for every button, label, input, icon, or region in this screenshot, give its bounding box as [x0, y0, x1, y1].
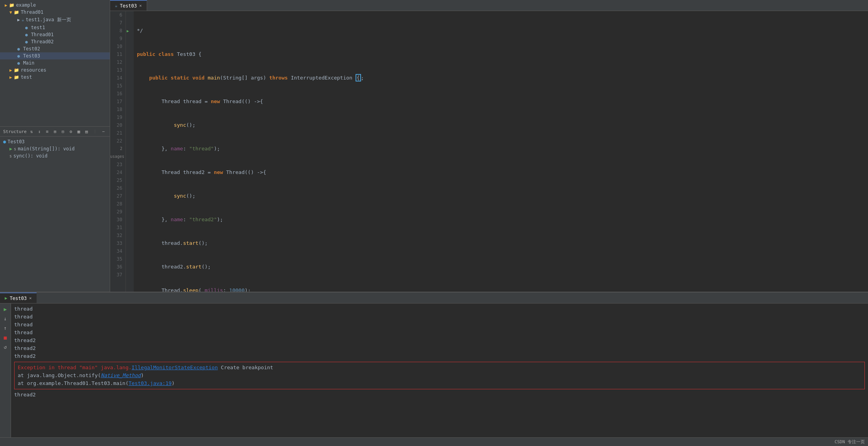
tree-item-test1java[interactable]: ▶ ☕ test1.java 新一页	[0, 16, 110, 24]
error-at1-close: )	[141, 372, 144, 378]
class-icon-thread01: ●	[25, 32, 28, 37]
run-output-thread2-2: thread2	[14, 344, 865, 352]
run-output-thread2-3: thread2	[14, 352, 865, 360]
code-line-17: Thread.sleep( millis: 10000);	[137, 287, 865, 292]
tab-label: Test03	[120, 3, 137, 9]
run-panel: ▶ Test03 × ▶ ↓ ↑ ■ ↺ thread thread threa…	[0, 292, 868, 437]
view-btn2[interactable]: ▤	[83, 128, 90, 135]
code-line-13: sync();	[137, 192, 865, 200]
sidebar-tree: ▶ 📁 example ▼ 📁 Thread01 ▶ ☕ test1.java …	[0, 0, 110, 126]
run-tab-close[interactable]: ×	[29, 296, 32, 301]
code-line-14: }, name: "thread2");	[137, 216, 865, 224]
class-icon-test1: ●	[25, 25, 28, 30]
code-line-15: thread.start();	[137, 239, 865, 247]
scroll-up-btn[interactable]: ↑	[2, 324, 9, 332]
class-icon-test03: ●	[17, 54, 20, 59]
tree-label: example	[16, 2, 36, 8]
tab-java-icon: ☕	[115, 3, 118, 8]
error-at2: at org.example.Thread01.Test03.main(	[18, 380, 129, 386]
sidebar: ▶ 📁 example ▼ 📁 Thread01 ▶ ☕ test1.java …	[0, 0, 110, 292]
expand-icon-test: ▶	[9, 75, 12, 80]
expand-all-btn[interactable]: ⊞	[52, 128, 58, 135]
method-static-icon2: s	[9, 154, 12, 158]
tree-label: Main	[23, 60, 35, 66]
error-at1: at java.lang.Object.notify(	[18, 372, 101, 378]
tree-item-thread01[interactable]: ▼ 📁 Thread01	[0, 9, 110, 16]
error-suffix: Create breakpoint	[218, 365, 273, 370]
tree-label: Test03	[23, 53, 40, 59]
method-static-icon: s	[14, 147, 16, 151]
code-line-11: }, name: "thread");	[137, 145, 865, 153]
view-btn[interactable]: ▦	[76, 128, 82, 135]
error-line-1: Exception in thread "main" java.lang.Ill…	[18, 364, 861, 372]
tree-item-resources[interactable]: ▶ 📁 resources	[0, 67, 110, 74]
tree-label: Thread01	[21, 9, 44, 15]
error-line-2: at java.lang.Object.notify(Native_Method…	[18, 372, 861, 379]
run-btn[interactable]: ▶	[2, 305, 9, 313]
tree-item-test02[interactable]: ● Test02	[0, 45, 110, 52]
settings-btn[interactable]: ⚙	[68, 128, 74, 135]
class-icon-test02: ●	[17, 46, 20, 52]
line-numbers: 6 7 8 9 10 11 12 13 14 15 16 17 18 19 20…	[110, 11, 126, 292]
tree-item-thread01class[interactable]: ● Thread01	[0, 31, 110, 38]
run-output-thread2-1: thread2	[14, 337, 865, 344]
structure-panel-header: Structure ⇅ ↕ ≡ ⊞ ⊟ ⚙ ▦ ▤ ⋮ −	[0, 127, 110, 137]
class-structure-icon: ●	[3, 139, 6, 144]
editor-area: ☕ Test03 × 6 7 8 9 10 11 12 13 14 15	[110, 0, 868, 292]
editor-tabs: ☕ Test03 ×	[110, 0, 868, 11]
bottom-bar-text: CSDN 专注一页	[835, 439, 865, 445]
error-link-illegal[interactable]: IllegalMonitorStateException	[132, 365, 218, 370]
structure-content: ● Test03 ▶ s main(String[]): void s sync…	[0, 137, 110, 292]
editor-content[interactable]: 6 7 8 9 10 11 12 13 14 15 16 17 18 19 20…	[110, 11, 868, 292]
run-output-thread3: thread	[14, 321, 865, 329]
rerun-btn[interactable]: ↺	[2, 343, 9, 351]
tree-item-test03[interactable]: ● Test03	[0, 52, 110, 59]
collapse-all-btn[interactable]: ⊟	[60, 128, 66, 135]
tree-label: Test02	[23, 46, 40, 52]
structure-panel-title: Structure	[3, 129, 27, 134]
run-output-thread4: thread	[14, 329, 865, 337]
tree-item-testfolder[interactable]: ▶ 📁 test	[0, 74, 110, 81]
tree-item-test1class[interactable]: ● test1	[0, 24, 110, 31]
tree-item-main[interactable]: ● Main	[0, 59, 110, 67]
structure-label: main(String[]): void	[18, 146, 75, 152]
tree-item-thread02class[interactable]: ● Thread02	[0, 38, 110, 45]
structure-toolbar: ⇅ ↕ ≡ ⊞ ⊟ ⚙ ▦ ▤ ⋮ −	[28, 128, 107, 135]
code-lines: */ public class Test03 { public static v…	[134, 11, 868, 292]
stop-btn[interactable]: ■	[2, 333, 9, 341]
folder-icon-test: 📁	[14, 75, 19, 80]
run-tabs: ▶ Test03 ×	[0, 292, 868, 304]
error-prefix: Exception in thread "main" java.lang.	[18, 365, 132, 370]
main-area: ▶ 📁 example ▼ 📁 Thread01 ▶ ☕ test1.java …	[0, 0, 868, 292]
folder-icon-thread01: 📁	[14, 10, 19, 15]
error-box: Exception in thread "main" java.lang.Ill…	[14, 362, 865, 389]
tab-close-btn[interactable]: ×	[139, 3, 142, 8]
run-output-thread2: thread	[14, 313, 865, 321]
sort-alpha-btn[interactable]: ⇅	[28, 128, 35, 135]
error-link-test03[interactable]: Test03.java:19	[129, 380, 172, 386]
expand-icon: ▶	[5, 3, 7, 8]
run-output-thread2-4: thread2	[14, 391, 865, 399]
run-tab-test03[interactable]: ▶ Test03 ×	[0, 292, 37, 303]
folder-icon: 📁	[9, 3, 15, 8]
structure-item-sync-method[interactable]: s sync(): void	[0, 152, 110, 159]
filter-btn[interactable]: ≡	[44, 128, 50, 135]
minimize-btn[interactable]: −	[100, 128, 107, 135]
scroll-end-btn[interactable]: ↓	[2, 315, 9, 322]
expand-icon-test1: ▶	[17, 17, 20, 22]
run-content: thread thread thread thread thread2 thre…	[11, 304, 868, 437]
code-line-12: Thread thread2 = new Thread(() ->{	[137, 168, 865, 176]
gutter: ▶	[126, 11, 134, 292]
code-area: 6 7 8 9 10 11 12 13 14 15 16 17 18 19 20…	[110, 11, 868, 292]
error-link-native[interactable]: Native_Method	[101, 372, 141, 378]
structure-item-main-method[interactable]: ▶ s main(String[]): void	[0, 145, 110, 152]
tree-label: resources	[21, 67, 46, 73]
structure-item-test03[interactable]: ● Test03	[0, 138, 110, 145]
class-icon-thread02: ●	[25, 39, 28, 44]
error-line-3: at org.example.Thread01.Test03.main(Test…	[18, 379, 861, 387]
sort-btn2[interactable]: ↕	[36, 128, 42, 135]
tree-item-example[interactable]: ▶ 📁 example	[0, 2, 110, 9]
tab-test03[interactable]: ☕ Test03 ×	[110, 0, 147, 11]
code-line-16: thread2.start();	[137, 263, 865, 271]
run-gutter-icon[interactable]: ▶	[127, 29, 129, 33]
